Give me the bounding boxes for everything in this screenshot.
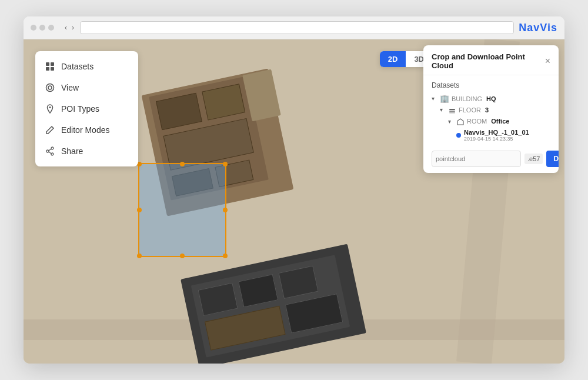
tree-floor[interactable]: ▾ FLOOR 3 — [432, 104, 550, 116]
floor-val: 3 — [485, 106, 489, 114]
nav-back[interactable]: ‹ — [64, 24, 68, 32]
handle-bl[interactable] — [137, 254, 142, 258]
sidebar-item-view[interactable]: View — [35, 77, 138, 98]
svg-point-6 — [49, 106, 51, 108]
chevron-floor: ▾ — [440, 106, 446, 113]
sidebar-item-datasets[interactable]: Datasets — [35, 56, 138, 77]
tree-room[interactable]: ▾ ROOM Office — [432, 116, 550, 128]
svg-rect-12 — [449, 109, 455, 110]
editor-modes-label: Editor Modes — [61, 125, 109, 135]
building-icon: 🏢 — [440, 94, 449, 103]
room-key: ROOM — [467, 118, 487, 125]
download-row: .e57 Download — [432, 151, 550, 167]
svg-point-9 — [51, 153, 54, 155]
dataset-date: 2019-04-15 14:23:35 — [464, 136, 529, 142]
share-icon — [45, 146, 55, 156]
dataset-info: Navvis_HQ_-1_01_01 2019-04-15 14:23:35 — [464, 129, 529, 142]
address-bar[interactable] — [80, 21, 514, 34]
traffic-light-min[interactable] — [39, 25, 45, 31]
svg-rect-14 — [449, 112, 455, 114]
close-button[interactable]: × — [545, 56, 550, 66]
toggle-2d[interactable]: 2D — [380, 51, 406, 67]
svg-line-11 — [49, 152, 51, 154]
handle-bm[interactable] — [180, 254, 185, 258]
map-viewport: Datasets View POI Types — [24, 39, 564, 364]
traffic-light-max[interactable] — [48, 25, 54, 31]
navvis-logo: NavVis — [519, 22, 557, 34]
editor-modes-icon — [45, 125, 55, 135]
datasets-label: Datasets — [61, 62, 93, 71]
dataset-dot — [456, 133, 461, 138]
extension-badge: .e57 — [524, 154, 543, 164]
download-button[interactable]: Download — [546, 151, 559, 167]
sidebar-item-editor-modes[interactable]: Editor Modes — [35, 119, 138, 141]
datasets-section-label: Datasets — [432, 81, 550, 89]
poi-types-label: POI Types — [61, 104, 99, 114]
traffic-light-close[interactable] — [31, 25, 36, 31]
svg-rect-0 — [46, 62, 49, 66]
traffic-lights — [31, 25, 54, 31]
floor-key: FLOOR — [459, 106, 481, 114]
poi-types-icon — [45, 104, 55, 114]
sidebar-item-poi-types[interactable]: POI Types — [35, 98, 138, 119]
handle-ml[interactable] — [137, 208, 142, 212]
sidebar-item-share[interactable]: Share — [35, 141, 138, 162]
building-key: BUILDING — [452, 95, 482, 102]
building-val: HQ — [486, 95, 496, 102]
crop-download-panel: Crop and Download Point Cloud × Datasets… — [423, 45, 559, 173]
svg-point-8 — [46, 150, 49, 152]
dataset-name: Navvis_HQ_-1_01_01 — [464, 129, 529, 136]
nav-forward[interactable]: › — [71, 24, 75, 32]
share-label: Share — [61, 146, 83, 156]
view-icon — [45, 82, 55, 93]
handle-tm[interactable] — [180, 162, 185, 166]
svg-rect-2 — [46, 67, 49, 71]
view-label: View — [61, 83, 79, 92]
floor-icon — [448, 105, 456, 115]
browser-chrome: ‹ › NavVis — [24, 16, 564, 39]
handle-tr[interactable] — [223, 162, 228, 166]
svg-rect-3 — [51, 67, 54, 71]
dataset-entry[interactable]: Navvis_HQ_-1_01_01 2019-04-15 14:23:35 — [432, 127, 550, 144]
svg-rect-1 — [51, 62, 54, 66]
svg-line-10 — [49, 149, 51, 151]
svg-point-4 — [48, 86, 52, 89]
room-val: Office — [491, 118, 509, 125]
panel-header: Crop and Download Point Cloud × — [423, 45, 559, 75]
svg-rect-13 — [449, 111, 455, 112]
chevron-room: ▾ — [448, 118, 454, 125]
datasets-icon — [45, 61, 55, 72]
handle-mr[interactable] — [223, 208, 228, 212]
chevron-building: ▾ — [432, 95, 437, 102]
svg-point-5 — [46, 84, 54, 92]
browser-window: ‹ › NavVis — [24, 16, 564, 364]
svg-point-7 — [51, 147, 54, 149]
room-icon — [456, 117, 465, 126]
left-panel: Datasets View POI Types — [35, 51, 138, 166]
handle-br[interactable] — [223, 254, 228, 258]
nav-buttons: ‹ › — [64, 24, 75, 32]
filename-input[interactable] — [432, 151, 521, 167]
panel-body: Datasets ▾ 🏢 BUILDING HQ ▾ — [423, 75, 559, 173]
selection-box[interactable] — [138, 163, 226, 257]
panel-title: Crop and Download Point Cloud — [432, 52, 545, 70]
tree-building[interactable]: ▾ 🏢 BUILDING HQ — [432, 93, 550, 104]
